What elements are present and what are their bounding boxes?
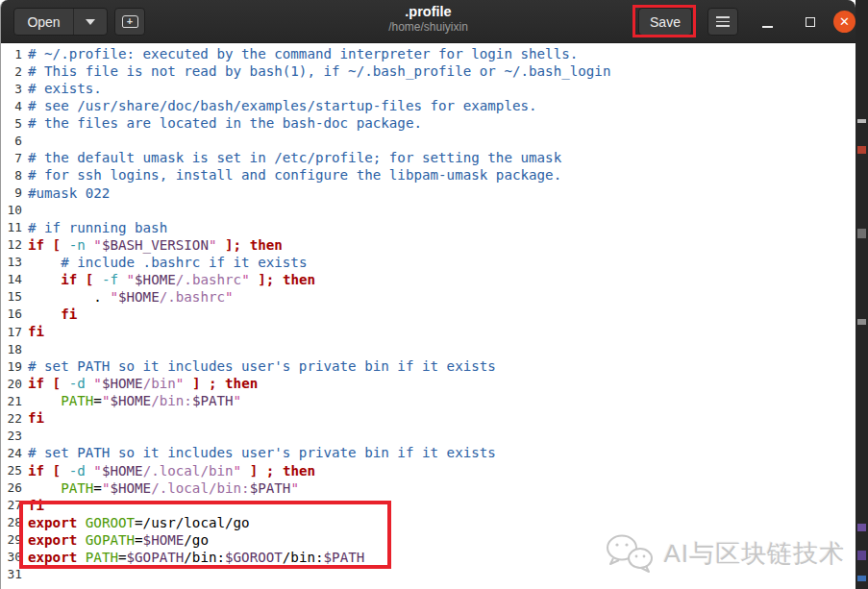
line-number: 14 — [1, 272, 22, 286]
line-number: 6 — [1, 134, 22, 148]
code-line[interactable]: 18 — [1, 340, 856, 357]
screen: Open + .profile /home/shuiyixin Save — [0, 0, 868, 589]
header-bar: Open + .profile /home/shuiyixin Save — [1, 0, 856, 43]
code-line[interactable]: 5# the files are located in the bash-doc… — [1, 114, 856, 132]
maximize-button[interactable] — [800, 12, 821, 33]
line-number: 31 — [1, 567, 22, 581]
background-window-sliver — [856, 0, 868, 589]
hamburger-icon — [716, 16, 730, 18]
watermark: AI与区块链技术 — [606, 533, 845, 574]
code-line[interactable]: 4# see /usr/share/doc/bash/examples/star… — [1, 97, 856, 114]
code-line[interactable]: 16 fi — [1, 306, 856, 323]
code-line[interactable]: 10 — [1, 202, 856, 219]
code-line[interactable]: 13 # include .bashrc if it exists — [1, 254, 856, 271]
code-line[interactable]: 21 PATH="$HOME/bin:$PATH" — [1, 392, 856, 409]
line-number: 10 — [1, 203, 22, 217]
code-line[interactable]: 19# set PATH so it includes user's priva… — [1, 357, 856, 375]
minimize-button[interactable] — [756, 12, 778, 33]
code-line[interactable]: 3# exists. — [1, 80, 856, 97]
save-button-label: Save — [650, 14, 681, 30]
open-recent-dropdown-button[interactable] — [74, 9, 107, 35]
code-line[interactable]: 12if [ -n "$BASH_VERSION" ]; then — [1, 236, 856, 254]
line-number: 8 — [1, 168, 22, 183]
code-line[interactable]: 17fi — [1, 323, 856, 340]
chevron-down-icon — [86, 19, 95, 25]
line-number: 19 — [1, 359, 22, 374]
code-line[interactable]: 24# set PATH so it includes user's priva… — [1, 444, 856, 461]
code-lines: 1# ~/.profile: executed by the command i… — [1, 45, 856, 583]
menu-button[interactable] — [707, 8, 738, 36]
line-number: 16 — [1, 307, 22, 321]
gedit-window: Open + .profile /home/shuiyixin Save — [0, 0, 856, 589]
line-number: 21 — [1, 394, 22, 408]
line-number: 4 — [1, 99, 22, 113]
line-number: 18 — [1, 342, 22, 356]
code-line[interactable]: 14 if [ -f "$HOME/.bashrc" ]; then — [1, 271, 856, 288]
line-number: 25 — [1, 463, 22, 478]
line-number: 12 — [1, 237, 22, 252]
code-line[interactable]: 2# This file is not read by bash(1), if … — [1, 62, 856, 80]
wechat-bubbles-icon — [606, 533, 656, 574]
code-line[interactable]: 28export GOROOT=/usr/local/go — [1, 514, 856, 531]
line-number: 27 — [1, 498, 22, 512]
code-line[interactable]: 27fi — [1, 497, 856, 514]
line-number: 15 — [1, 289, 22, 304]
code-line[interactable]: 8# for ssh logins, install and configure… — [1, 166, 856, 184]
code-line[interactable]: 6 — [1, 132, 856, 149]
line-number: 9 — [1, 185, 22, 200]
minimize-icon — [762, 26, 773, 28]
line-number: 5 — [1, 116, 22, 131]
open-button[interactable]: Open — [14, 9, 74, 35]
watermark-text: AI与区块链技术 — [663, 537, 845, 571]
line-number: 20 — [1, 377, 22, 391]
new-tab-icon: + — [122, 15, 138, 28]
new-tab-button[interactable]: + — [114, 8, 145, 36]
line-number: 1 — [1, 47, 22, 61]
code-line[interactable]: 9#umask 022 — [1, 184, 856, 202]
line-number: 11 — [1, 220, 22, 234]
close-button[interactable]: ✕ — [833, 11, 856, 33]
line-number: 2 — [1, 64, 22, 79]
code-line[interactable]: 7# the default umask is set in /etc/prof… — [1, 149, 856, 166]
code-line[interactable]: 26 PATH="$HOME/.local/bin:$PATH" — [1, 479, 856, 497]
line-number: 17 — [1, 325, 22, 339]
line-number: 24 — [1, 446, 22, 460]
line-number: 22 — [1, 411, 22, 426]
code-line[interactable]: 1# ~/.profile: executed by the command i… — [1, 45, 856, 62]
open-button-label: Open — [27, 14, 60, 30]
save-button[interactable]: Save — [638, 8, 692, 36]
line-number: 23 — [1, 429, 22, 443]
line-number: 3 — [1, 82, 22, 96]
code-line[interactable]: 25if [ -d "$HOME/.local/bin" ] ; then — [1, 462, 856, 479]
line-number: 13 — [1, 255, 22, 269]
code-line[interactable]: 23 — [1, 427, 856, 444]
maximize-icon — [806, 17, 815, 27]
code-line[interactable]: 22fi — [1, 409, 856, 427]
code-line[interactable]: 20if [ -d "$HOME/bin" ] ; then — [1, 375, 856, 392]
line-number: 29 — [1, 532, 22, 547]
line-number: 30 — [1, 550, 22, 564]
line-number: 7 — [1, 151, 22, 165]
open-button-group: Open — [13, 8, 108, 36]
code-line[interactable]: 11# if running bash — [1, 219, 856, 236]
close-icon: ✕ — [839, 14, 850, 29]
code-line[interactable]: 15 . "$HOME/.bashrc" — [1, 288, 856, 306]
line-number: 28 — [1, 515, 22, 529]
text-editor-area[interactable]: 1# ~/.profile: executed by the command i… — [1, 43, 856, 589]
line-number: 26 — [1, 480, 22, 495]
